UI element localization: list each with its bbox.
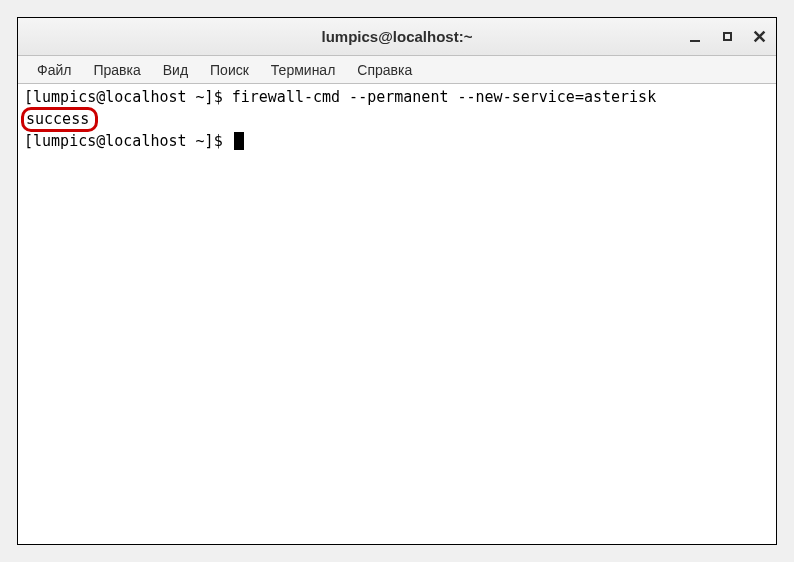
output-success: success — [26, 110, 89, 128]
menu-edit[interactable]: Правка — [84, 59, 149, 81]
minimize-button[interactable] — [686, 28, 704, 46]
menubar: Файл Правка Вид Поиск Терминал Справка — [18, 56, 776, 84]
highlight-annotation: success — [21, 107, 98, 132]
terminal-line-2: success — [24, 107, 770, 132]
close-button[interactable]: ✕ — [750, 28, 768, 46]
window-controls: ✕ — [686, 28, 768, 46]
menu-help[interactable]: Справка — [348, 59, 421, 81]
close-icon: ✕ — [752, 28, 767, 46]
window-title: lumpics@localhost:~ — [322, 28, 473, 45]
command-1: firewall-cmd --permanent --new-service=a… — [232, 88, 656, 107]
minimize-icon — [690, 40, 700, 42]
maximize-button[interactable] — [718, 28, 736, 46]
menu-search[interactable]: Поиск — [201, 59, 258, 81]
terminal-line-1: [lumpics@localhost ~]$ firewall-cmd --pe… — [24, 88, 770, 107]
prompt-2: [lumpics@localhost ~]$ — [24, 132, 232, 151]
terminal-window: lumpics@localhost:~ ✕ Файл Правка Вид По… — [17, 17, 777, 545]
terminal-line-3: [lumpics@localhost ~]$ — [24, 132, 770, 151]
terminal-content[interactable]: [lumpics@localhost ~]$ firewall-cmd --pe… — [18, 84, 776, 544]
menu-view[interactable]: Вид — [154, 59, 197, 81]
menu-file[interactable]: Файл — [28, 59, 80, 81]
maximize-icon — [723, 32, 732, 41]
menu-terminal[interactable]: Терминал — [262, 59, 344, 81]
cursor — [234, 132, 244, 150]
titlebar[interactable]: lumpics@localhost:~ ✕ — [18, 18, 776, 56]
prompt-1: [lumpics@localhost ~]$ — [24, 88, 232, 107]
